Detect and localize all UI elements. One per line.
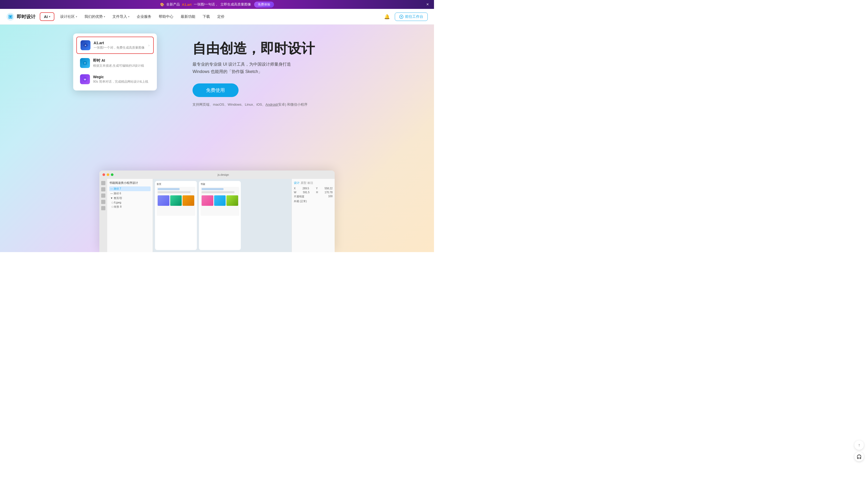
banner-close-btn[interactable]: × (426, 2, 429, 7)
logo-text: 即时设计 (17, 13, 36, 20)
nav-item-features[interactable]: 最新功能 (177, 13, 199, 21)
nav-item-pricing[interactable]: 定价 (214, 13, 228, 21)
tab-design[interactable]: 设计 (294, 181, 300, 185)
nav-item-community[interactable]: 设计社区 ▾ (57, 13, 81, 21)
nav-features-label: 最新功能 (181, 14, 195, 19)
nav-help-label: 帮助中心 (159, 14, 173, 19)
a1art-icon: A (81, 40, 90, 50)
a1art-arrow-icon: › (148, 43, 150, 47)
props-value-h: 170.78 (324, 191, 333, 194)
props-row-w: W 591.5 H 170.78 (294, 191, 333, 194)
sidebar-tool-2[interactable] (101, 187, 105, 191)
banner-free-btn[interactable]: 免费体验 (254, 2, 274, 7)
mock-img-5 (214, 195, 226, 206)
logo-area[interactable]: 即时设计 (6, 12, 36, 21)
nav-item-import[interactable]: 文件导入 ▾ (109, 13, 133, 21)
layer-item-1[interactable]: — 路径 7 (109, 186, 151, 191)
main-content: 自由创造，即时设计 最专业的专业级 UI 设计工具，为中国设计师量身打造 Win… (0, 25, 434, 252)
banner-prefix: 全新产品 (166, 2, 180, 7)
jishi-ai-icon: T (80, 58, 90, 68)
nav-community-chevron: ▾ (76, 15, 77, 18)
nav-import-label: 文件导入 (113, 14, 127, 19)
nav-item-enterprise[interactable]: 企业服务 (133, 13, 155, 21)
banner-content: 🎨 全新产品 A1.art 一张图/一句话， 立即生成高质量图像 (160, 2, 251, 7)
titlebar-maximize-dot (111, 173, 114, 176)
nav-download-label: 下载 (203, 14, 210, 19)
workspace-btn[interactable]: 前往工作台 (395, 12, 428, 21)
wegic-desc: 90s 简单对话，完成精品网站设计&上线 (93, 80, 150, 84)
jishi-ai-desc: 根据文本描述,生成可编辑的UI设计稿 (93, 64, 150, 68)
sidebar-tool-1[interactable] (101, 181, 105, 185)
sidebar-tool-4[interactable] (101, 200, 105, 204)
nav-advantage-label: 我们的优势 (85, 14, 103, 19)
nav-item-advantage[interactable]: 我们的优势 ▾ (81, 13, 109, 21)
layer-item-4[interactable]: □ 6.jpeg (109, 201, 151, 205)
sidebar-tool-3[interactable] (101, 193, 105, 198)
hero-cta-btn[interactable]: 免费使用 (192, 83, 239, 97)
wegic-title: Wegic (93, 75, 150, 79)
layer-item-5[interactable]: □ 矩形 8 (109, 205, 151, 209)
props-label-y: Y (316, 187, 318, 190)
titlebar-url: js.design (115, 173, 332, 176)
app-layers-panel: 书籍阅读类小程序设计 — 路径 7 — 路径 6 ▼ 整页/否 □ 6.jpeg… (107, 179, 153, 252)
nav-item-help[interactable]: 帮助中心 (155, 13, 177, 21)
canvas-frame-title-2: 书架 (200, 182, 239, 186)
props-label-opacity: 不透明度 (294, 195, 304, 199)
banner-icon: 🎨 (160, 3, 164, 6)
hero-subtitle: 最专业的专业级 UI 设计工具，为中国设计师量身打造 Windows 也能用的「… (192, 61, 315, 75)
props-row-x: X 289.5 Y 558.22 (294, 187, 333, 190)
dropdown-item-jishi-ai[interactable]: T 即时 AI 根据文本描述,生成可编辑的UI设计稿 (76, 55, 154, 71)
props-value-x: 289.5 (303, 187, 309, 190)
wegic-icon: W (80, 74, 90, 84)
nav-item-download[interactable]: 下载 (199, 13, 214, 21)
banner-cta-text: 立即生成高质量图像 (220, 2, 251, 7)
mock-img-1 (158, 195, 169, 206)
workspace-icon (399, 14, 403, 19)
sidebar-tool-5[interactable] (101, 206, 105, 210)
nav-community-label: 设计社区 (60, 14, 75, 19)
a1art-text: A1.art 一张图/一个词，免费生成高质量图像 (94, 41, 145, 50)
props-label-w: W (294, 191, 296, 194)
canvas-frame-title-1: 首页 (157, 182, 195, 186)
props-value-opacity: 100 (328, 195, 333, 199)
props-row-opacity: 不透明度 100 (294, 195, 333, 199)
workspace-label: 前往工作台 (405, 14, 423, 19)
tab-prototype[interactable]: 原型 (301, 181, 306, 185)
tab-annotate[interactable]: 标注 (307, 181, 313, 185)
nav-right: 🔔 前往工作台 (382, 12, 428, 22)
app-canvas: 首页 书架 (153, 179, 291, 252)
wegic-text: Wegic 90s 简单对话，完成精品网站设计&上线 (93, 75, 150, 84)
mock-img-3 (183, 195, 194, 206)
hero-title: 自由创造，即时设计 (192, 40, 315, 57)
props-label-h: H (316, 191, 318, 194)
mock-bar-3 (202, 188, 223, 190)
ai-dropdown-btn[interactable]: Ai ▾ (40, 12, 54, 21)
hero-section: 自由创造，即时设计 最专业的专业级 UI 设计工具，为中国设计师量身打造 Win… (192, 40, 315, 107)
layer-item-2[interactable]: — 路径 6 (109, 191, 151, 196)
nav-pricing-label: 定价 (217, 14, 225, 19)
dropdown-item-wegic[interactable]: W Wegic 90s 简单对话，完成精品网站设计&上线 (76, 71, 154, 87)
layer-item-3[interactable]: ▼ 整页/否 (109, 196, 151, 201)
notification-bell-btn[interactable]: 🔔 (382, 12, 392, 22)
hero-title-line1: 自由创造，即时设计 (192, 41, 315, 56)
banner-brand: A1.art (182, 3, 192, 6)
props-value-w: 591.5 (303, 191, 310, 194)
mock-img-4 (202, 195, 213, 206)
hero-subtitle-line2: Windows 也能用的「协作版 Sketch」 (192, 68, 315, 75)
mock-img-row-1 (158, 195, 194, 206)
app-screenshot: js.design 书籍阅读类小程序设计 — 路径 7 — 路径 6 ▼ 整页/… (99, 171, 335, 252)
dropdown-item-a1art[interactable]: A A1.art 一张图/一个词，免费生成高质量图像 › (76, 37, 154, 54)
top-banner: 🎨 全新产品 A1.art 一张图/一句话， 立即生成高质量图像 免费体验 × (0, 0, 434, 9)
mock-bar-4 (202, 191, 235, 193)
canvas-mock-1 (157, 187, 195, 216)
mock-img-6 (226, 195, 238, 206)
props-label-appearance: 外观 (正常) (294, 200, 307, 203)
canvas-frame-2: 书架 (199, 181, 241, 250)
canvas-frame-1: 首页 (155, 181, 197, 250)
nav-advantage-chevron: ▾ (104, 15, 105, 18)
svg-text:A: A (85, 44, 86, 47)
app-body: 书籍阅读类小程序设计 — 路径 7 — 路径 6 ▼ 整页/否 □ 6.jpeg… (99, 179, 335, 252)
a1art-title: A1.art (94, 41, 145, 45)
mock-bar-1 (158, 188, 180, 190)
banner-divider: 一张图/一句话， (194, 2, 219, 7)
